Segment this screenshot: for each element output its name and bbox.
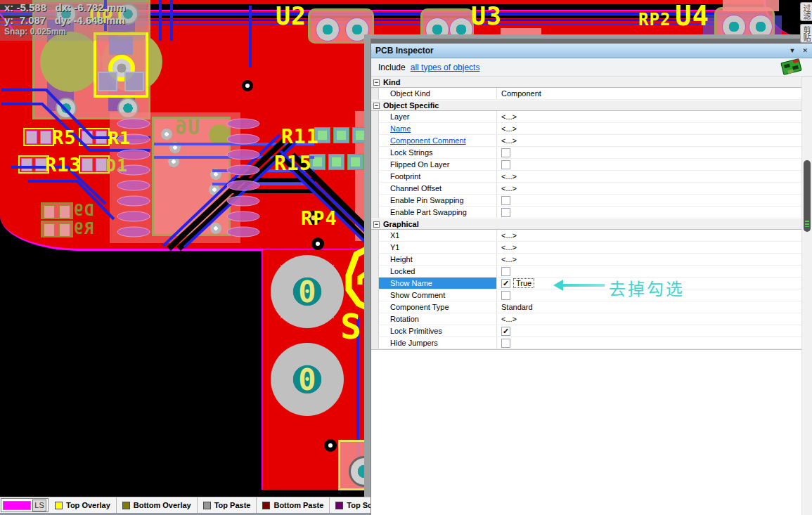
silkscreen-label-r15[interactable]: R15 <box>274 154 312 174</box>
current-layer-indicator[interactable]: LS <box>1 498 49 512</box>
include-filter-link[interactable]: all types of objects <box>411 63 480 72</box>
property-row-lock-strings[interactable]: Lock Strings <box>378 147 802 159</box>
scrollbar-thumb[interactable] <box>804 160 811 232</box>
silkscreen-label-u6[interactable]: U6 <box>174 118 200 138</box>
property-value-cell[interactable]: <...> <box>497 230 802 241</box>
value-channel-offset[interactable]: <...> <box>501 184 517 193</box>
silkscreen-label-r9[interactable]: R9 <box>73 221 94 237</box>
value-y1[interactable]: <...> <box>501 243 517 252</box>
checkbox-lock-primitives[interactable] <box>501 327 510 336</box>
silkscreen-label-r11[interactable]: R11 <box>281 127 319 147</box>
silkscreen-label-d9[interactable]: D9 <box>73 202 94 219</box>
property-value-cell[interactable]: Standard <box>497 301 802 313</box>
value-component-comment[interactable]: <...> <box>501 136 517 145</box>
checkbox-locked[interactable] <box>501 267 510 276</box>
checkbox-lock-strings[interactable] <box>501 148 510 157</box>
property-row-flipped-on-layer[interactable]: Flipped On Layer <box>378 159 802 171</box>
property-label-link[interactable]: Component Comment <box>390 136 466 145</box>
close-icon[interactable]: ✕ <box>802 47 808 54</box>
checkbox-show-comment[interactable] <box>501 291 510 300</box>
property-value-cell[interactable] <box>497 337 802 348</box>
silkscreen-label-r1[interactable]: R1 <box>108 129 131 147</box>
property-label-link[interactable]: Name <box>390 124 411 133</box>
property-value-cell[interactable] <box>497 147 802 158</box>
property-row-layer[interactable]: Layer<...> <box>378 111 802 123</box>
property-value-cell[interactable]: <...> <box>497 111 802 122</box>
checkbox-hide-jumpers[interactable] <box>501 339 510 348</box>
checkbox-show-name[interactable] <box>501 279 510 288</box>
hud-snap-readout: Snap: 0.025mm <box>4 27 146 37</box>
checkbox-enable-part-swapping[interactable] <box>501 208 510 217</box>
property-row-lock-primitives[interactable]: Lock Primitives <box>378 325 802 337</box>
property-row-channel-offset[interactable]: Channel Offset<...> <box>378 183 802 195</box>
property-row-x1[interactable]: X1<...> <box>378 230 802 242</box>
silkscreen-label-d1[interactable]: D1 <box>105 157 128 174</box>
property-value-cell[interactable]: <...> <box>497 135 802 146</box>
value-x1[interactable]: <...> <box>501 231 517 240</box>
property-value-cell[interactable]: Component <box>497 88 802 99</box>
value-rotation[interactable]: <...> <box>501 315 517 323</box>
property-value-cell[interactable] <box>497 207 802 218</box>
property-value-cell[interactable]: <...> <box>497 123 802 134</box>
collapse-icon[interactable]: − <box>373 103 380 109</box>
scrollbar-track[interactable] <box>801 77 812 515</box>
property-value-cell[interactable]: <...> <box>497 242 802 253</box>
property-value-cell[interactable]: <...> <box>497 171 802 182</box>
layer-tab-top-solder[interactable]: Top Solder <box>330 497 370 513</box>
property-row-component-comment[interactable]: Component Comment<...> <box>378 135 802 147</box>
value-component-type[interactable]: Standard <box>501 303 533 311</box>
property-row-show-comment[interactable]: Show Comment <box>378 289 802 301</box>
property-row-locked[interactable]: Locked <box>378 266 802 278</box>
property-row-object-kind[interactable]: Object KindComponent <box>378 88 802 100</box>
property-row-name[interactable]: Name<...> <box>378 123 802 135</box>
value-height[interactable]: <...> <box>501 255 517 263</box>
panel-header[interactable]: PCB Inspector ▼ ✕ <box>371 44 812 58</box>
property-value-cell[interactable] <box>497 159 802 170</box>
layer-tab-bottom-overlay[interactable]: Bottom Overlay <box>117 497 198 513</box>
silkscreen-label-s[interactable]: S <box>340 309 362 344</box>
property-row-y1[interactable]: Y1<...> <box>378 242 802 254</box>
silkscreen-label-rp2[interactable]: RP2 <box>638 11 671 28</box>
silkscreen-label-u2[interactable]: U2 <box>276 4 307 29</box>
side-panel-tab-1[interactable]: 过滤 <box>800 2 812 21</box>
side-panel-tab-2[interactable]: 剪贴 <box>800 24 812 43</box>
property-value-cell[interactable]: <...> <box>497 313 802 325</box>
property-row-hide-jumpers[interactable]: Hide Jumpers <box>378 337 802 349</box>
property-label-text: Y1 <box>390 243 399 252</box>
silkscreen-label-rp4[interactable]: RP4 <box>301 209 337 228</box>
panel-menu-icon[interactable]: ▼ <box>790 47 796 54</box>
layer-tab-label: Top Paste <box>214 501 251 509</box>
layer-tab-top-paste[interactable]: Top Paste <box>198 497 257 513</box>
property-label-text: Footprint <box>390 172 420 181</box>
property-row-enable-part-swapping[interactable]: Enable Part Swapping <box>378 207 802 219</box>
property-value-cell[interactable]: <...> <box>497 183 802 194</box>
layer-set-button[interactable]: LS <box>32 500 46 511</box>
silkscreen-label-r13[interactable]: R13 <box>45 155 82 174</box>
silkscreen-label-u3[interactable]: U3 <box>471 4 502 29</box>
value-show-name[interactable]: True <box>513 278 534 288</box>
section-header-graphical[interactable]: −Graphical <box>371 219 802 230</box>
checkbox-flipped-on-layer[interactable] <box>501 160 510 169</box>
property-value-cell[interactable] <box>497 195 802 206</box>
checkbox-enable-pin-swapping[interactable] <box>501 196 510 205</box>
value-object-kind[interactable]: Component <box>501 89 541 98</box>
collapse-icon[interactable]: − <box>373 79 380 86</box>
silkscreen-label-r5[interactable]: R5 <box>52 128 77 147</box>
layer-tab-top-overlay[interactable]: Top Overlay <box>49 497 117 513</box>
property-row-height[interactable]: Height<...> <box>378 254 802 266</box>
property-row-rotation[interactable]: Rotation<...> <box>378 313 802 325</box>
property-row-component-type[interactable]: Component TypeStandard <box>378 301 802 313</box>
property-value-cell[interactable] <box>497 325 802 337</box>
value-layer[interactable]: <...> <box>501 112 517 121</box>
property-value-cell[interactable]: <...> <box>497 254 802 265</box>
section-header-object-specific[interactable]: −Object Specific <box>371 100 802 111</box>
property-row-footprint[interactable]: Footprint<...> <box>378 171 802 183</box>
layer-tab-bottom-paste[interactable]: Bottom Paste <box>257 497 330 513</box>
section-header-kind[interactable]: −Kind <box>371 77 802 88</box>
value-footprint[interactable]: <...> <box>501 172 517 181</box>
collapse-icon[interactable]: − <box>373 221 380 228</box>
property-row-enable-pin-swapping[interactable]: Enable Pin Swapping <box>378 195 802 207</box>
silkscreen-label-u4[interactable]: U4 <box>675 2 709 30</box>
property-label: Channel Offset <box>379 183 497 194</box>
value-name[interactable]: <...> <box>501 124 517 133</box>
